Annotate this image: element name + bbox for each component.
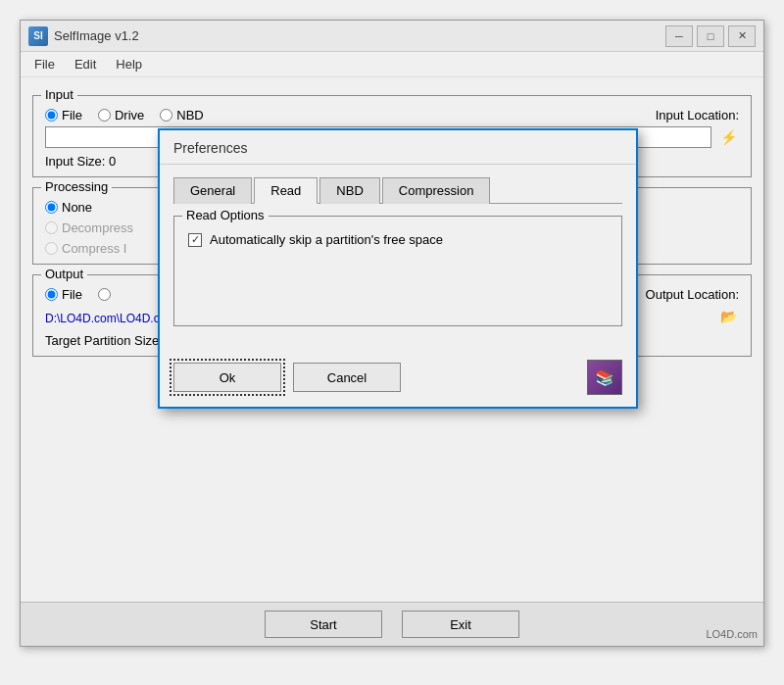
radio-nbd-input[interactable]: NBD [160, 108, 203, 122]
ok-button[interactable]: Ok [173, 363, 281, 392]
menu-edit[interactable]: Edit [65, 54, 106, 74]
skip-free-space-row: ✓ Automatically skip a partition's free … [188, 232, 608, 247]
lightning-icon: ⚡ [717, 126, 739, 148]
dialog-tabs: General Read NBD Compression [173, 176, 622, 204]
dialog-footer: Ok Cancel 📚 [160, 352, 636, 407]
maximize-button[interactable]: □ [697, 25, 724, 47]
preferences-dialog: Preferences General Read NBD Compression [158, 128, 638, 409]
skip-free-space-checkbox[interactable]: ✓ [188, 233, 202, 247]
tab-read[interactable]: Read [254, 177, 318, 204]
cancel-button[interactable]: Cancel [293, 363, 401, 392]
menu-help[interactable]: Help [106, 54, 152, 74]
output-location-label: Output Location: [646, 287, 739, 302]
watermark: LO4D.com [706, 628, 758, 640]
menu-file[interactable]: File [24, 54, 65, 74]
radio-drive-input[interactable]: Drive [98, 108, 144, 122]
tab-general[interactable]: General [173, 177, 252, 204]
folder-icon: 📂 [717, 306, 739, 327]
close-button[interactable]: ✕ [728, 25, 756, 47]
tab-nbd[interactable]: NBD [319, 177, 379, 204]
input-location-label: Input Location: [656, 108, 739, 122]
window-title: SelfImage v1.2 [54, 28, 665, 43]
start-button[interactable]: Start [265, 611, 382, 638]
exit-button[interactable]: Exit [402, 611, 519, 638]
tab-compression[interactable]: Compression [382, 177, 491, 204]
main-footer: Start Exit LO4D.com [21, 602, 763, 646]
read-options-group: Read Options ✓ Automatically skip a part… [173, 216, 622, 326]
title-bar: SI SelfImage v1.2 ─ □ ✕ [21, 21, 763, 52]
window-controls: ─ □ ✕ [665, 25, 756, 47]
minimize-button[interactable]: ─ [665, 25, 693, 47]
menu-bar: File Edit Help [21, 52, 763, 77]
processing-section-label: Processing [41, 179, 112, 194]
main-window: SI SelfImage v1.2 ─ □ ✕ File Edit Help I… [20, 20, 764, 647]
app-icon: SI [28, 26, 48, 46]
book-icon: 📚 [595, 368, 614, 387]
help-icon-button[interactable]: 📚 [587, 360, 622, 395]
skip-free-space-label: Automatically skip a partition's free sp… [210, 232, 443, 247]
read-options-label: Read Options [182, 208, 269, 222]
radio-file-input[interactable]: File [45, 108, 82, 122]
input-section-label: Input [41, 87, 77, 102]
checkmark-icon: ✓ [191, 234, 200, 245]
radio-file-output[interactable]: File [45, 287, 82, 302]
output-section-label: Output [41, 267, 87, 281]
dialog-title: Preferences [160, 130, 636, 165]
dialog-body: General Read NBD Compression Read Option… [160, 165, 636, 352]
radio-drive-output[interactable] [98, 288, 111, 301]
